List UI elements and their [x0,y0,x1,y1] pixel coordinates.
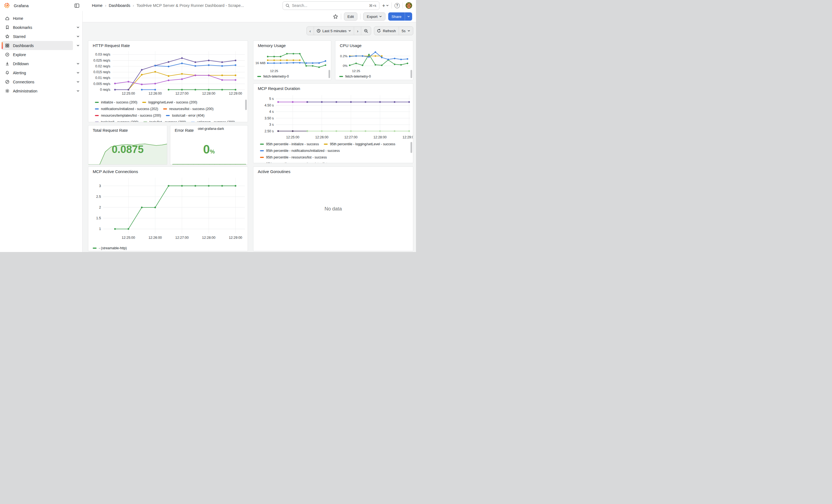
sidebar-item-starred[interactable]: Starred [2,32,73,41]
legend-item[interactable]: 95th percentile - notifications/initiali… [260,149,340,153]
home-icon [5,16,10,21]
sidebar-item-connections[interactable]: Connections [2,77,73,86]
help-button[interactable]: ? [394,3,400,8]
legend-item[interactable]: initialize - success (200) [95,100,137,104]
legend-scrollbar[interactable] [329,70,330,78]
panel-title[interactable]: Active Goroutines [258,169,290,174]
refresh-interval-picker[interactable]: 5s [399,27,413,35]
legend-item[interactable]: resources/list - success (200) [163,107,213,111]
panel-memory-usage: Memory Usage 16 MiB12:25 fetch-telemetry… [253,41,331,80]
sidebar-item-label: Dashboards [13,44,34,48]
svg-text:2.50 s: 2.50 s [265,129,274,133]
panel-title[interactable]: MCP Active Connections [93,169,138,174]
legend-item[interactable]: unknown - success (200) [191,120,235,122]
gear-icon [5,88,10,93]
legend-item[interactable]: fetch-telemetry-0 [339,75,371,78]
svg-text:12:27:00: 12:27:00 [344,135,358,139]
svg-text:12:25:00: 12:25:00 [122,91,135,96]
svg-text:12:29:00: 12:29:00 [402,135,413,139]
legend-scrollbar[interactable] [245,100,247,110]
svg-text:1.5: 1.5 [96,216,101,220]
sidebar-item-alerting[interactable]: Alerting [2,68,73,77]
search-input[interactable]: Search... ⌘+k [283,1,380,10]
grafana-logo[interactable] [4,2,10,8]
svg-text:4.50 s: 4.50 s [265,103,274,107]
sidebar-item-home[interactable]: Home [2,14,73,23]
legend-item[interactable]: tools/call - error (404) [166,114,204,117]
legend-item[interactable]: notifications/initialized - success (202… [95,107,158,111]
share-button[interactable]: Share [388,12,405,21]
chevron-down-icon[interactable] [77,71,79,74]
chevron-down-icon[interactable] [77,80,79,83]
legend-item[interactable]: - (streamable-http) [93,246,127,250]
svg-text:16 MiB: 16 MiB [255,61,265,65]
svg-text:12:25:00: 12:25:00 [286,135,300,139]
panel-title[interactable]: Error Rate [175,128,194,133]
add-button[interactable]: + [382,3,389,8]
panel-title[interactable]: HTTP Request Rate [93,43,130,48]
sidebar-item-bookmarks[interactable]: Bookmarks [2,23,73,32]
mcp-active-connections-chart[interactable]: 11.522.5312:25:0012:26:0012:27:0012:28:0… [88,167,248,251]
zoom-out-icon [364,29,368,33]
chart-legend: initialize - success (200)logging/setLev… [95,99,243,122]
legend-item[interactable]: tools/call - success (200) [95,120,138,122]
panel-mcp-active-connections: MCP Active Connections 11.522.5312:25:00… [88,166,248,251]
legend-item[interactable]: logging/setLevel - success (200) [142,100,197,104]
user-avatar[interactable] [406,2,412,9]
svg-text:0.015 req/s: 0.015 req/s [93,70,110,74]
chevron-down-icon[interactable] [77,62,79,65]
panel-title[interactable]: Memory Usage [258,43,286,48]
legend-scrollbar[interactable] [411,142,412,153]
time-back-button[interactable]: ‹ [307,27,314,35]
sidebar-item-drilldown[interactable]: Drilldown [2,59,73,68]
svg-text:12:28:00: 12:28:00 [202,91,215,96]
sidebar-item-dashboards[interactable]: Dashboards [2,41,73,50]
time-controls: ‹ Last 5 minutes › Refresh 5s [307,26,413,35]
breadcrumb-item: ToolHive MCP Server & Proxy Runner Dashb… [136,3,244,8]
legend-item[interactable]: tools/list - success (200) [144,120,186,122]
chevron-down-icon[interactable] [77,35,79,38]
favorite-star-button[interactable] [333,14,338,19]
refresh-button[interactable]: Refresh [374,27,398,35]
chevron-down-icon [407,15,410,18]
svg-text:0.025 req/s: 0.025 req/s [93,59,110,62]
top-right-actions: Search... ⌘+k + ? [283,1,416,10]
grafana-app: Grafana Home›Dashboards›ToolHive MCP Ser… [0,0,416,252]
panel-title[interactable]: MCP Request Duration [258,86,300,91]
sidebar-item-label: Explore [13,53,26,57]
sidebar-toggle-icon[interactable] [75,4,79,8]
sidebar-item-explore[interactable]: Explore [2,50,73,59]
sidebar-item-administration[interactable]: Administration [2,86,73,96]
svg-text:12:25: 12:25 [352,69,360,73]
chevron-down-icon [348,29,351,32]
zoom-out-button[interactable] [361,27,371,35]
svg-text:0.02 req/s: 0.02 req/s [95,64,110,68]
chart-legend: fetch-telemetry-0 [339,73,376,80]
time-range-group: ‹ Last 5 minutes › [307,26,371,35]
sidebar-item-label: Alerting [13,71,26,75]
legend-item[interactable]: resources/templates/list - success (200) [95,114,161,117]
chevron-down-icon[interactable] [77,44,79,47]
breadcrumb-item[interactable]: Dashboards [109,3,130,8]
chevron-down-icon[interactable] [77,89,79,92]
search-icon [286,4,290,8]
chart-legend: - (streamable-http) [93,245,132,251]
breadcrumb-item[interactable]: Home [92,3,103,8]
chevron-down-icon[interactable] [77,26,79,29]
svg-text:12:26:00: 12:26:00 [149,236,162,240]
share-menu-button[interactable] [405,12,412,21]
svg-text:4 s: 4 s [269,110,274,114]
panel-title[interactable]: Total Request Rate [93,128,128,133]
panel-title[interactable]: CPU Usage [340,43,362,48]
edit-button[interactable]: Edit [344,12,357,21]
legend-item[interactable]: 95th percentile - resources/templates/li… [260,162,342,163]
time-forward-button[interactable]: › [354,27,361,35]
export-button[interactable]: Export [363,12,386,21]
time-range-picker[interactable]: Last 5 minutes [314,27,354,35]
legend-item[interactable]: fetch-telemetry-0 [257,75,289,78]
legend-item[interactable]: 95th percentile - initialize - success [260,142,319,146]
panel-active-goroutines: Active Goroutines No data [253,166,413,251]
legend-item[interactable]: 95th percentile - resources/list - succe… [260,155,327,159]
legend-scrollbar[interactable] [411,70,412,78]
legend-item[interactable]: 95th percentile - logging/setLevel - suc… [324,142,395,146]
